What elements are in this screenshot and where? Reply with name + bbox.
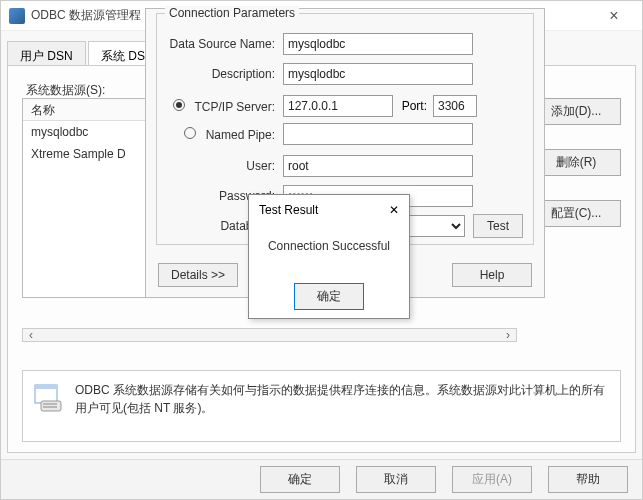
odbc-icon — [9, 8, 25, 24]
named-pipe-radio[interactable] — [184, 127, 196, 139]
modal-header: Test Result ✕ — [249, 195, 409, 221]
conn-help-button[interactable]: Help — [452, 263, 532, 287]
window-title: ODBC 数据源管理程 — [31, 7, 141, 24]
tcp-radio[interactable] — [173, 99, 185, 111]
help-button[interactable]: 帮助 — [548, 466, 628, 493]
tcp-label: TCP/IP Server: — [195, 100, 275, 114]
description-input[interactable] — [283, 63, 473, 85]
modal-footer: 确定 — [249, 275, 409, 318]
details-button[interactable]: Details >> — [158, 263, 238, 287]
description-label: Description: — [157, 67, 283, 81]
apply-button[interactable]: 应用(A) — [452, 466, 532, 493]
user-label: User: — [157, 159, 283, 173]
ok-button[interactable]: 确定 — [260, 466, 340, 493]
svg-rect-1 — [35, 385, 57, 389]
connection-group-label: Connection Parameters — [165, 6, 299, 20]
dialog-footer: 确定 取消 应用(A) 帮助 — [1, 459, 642, 499]
named-pipe-label: Named Pipe: — [206, 128, 275, 142]
tcp-server-input[interactable] — [283, 95, 393, 117]
test-button[interactable]: Test — [473, 214, 523, 238]
svg-rect-2 — [41, 401, 61, 411]
user-input[interactable] — [283, 155, 473, 177]
port-input[interactable] — [433, 95, 477, 117]
horizontal-scrollbar[interactable]: ‹ › — [22, 328, 517, 342]
datasource-icon — [33, 381, 65, 413]
close-icon[interactable]: ✕ — [389, 203, 399, 217]
close-icon[interactable]: × — [594, 7, 634, 25]
scroll-right-icon[interactable]: › — [500, 328, 516, 342]
scroll-left-icon[interactable]: ‹ — [23, 328, 39, 342]
modal-message: Connection Successful — [249, 221, 409, 275]
modal-ok-button[interactable]: 确定 — [294, 283, 364, 310]
tcp-radio-row: TCP/IP Server: — [157, 99, 283, 114]
test-result-dialog: Test Result ✕ Connection Successful 确定 — [248, 194, 410, 319]
info-text: ODBC 系统数据源存储有关如何与指示的数据提供程序连接的信息。系统数据源对此计… — [75, 381, 610, 417]
dsn-input[interactable] — [283, 33, 473, 55]
modal-title: Test Result — [259, 203, 318, 217]
pipe-radio-row: Named Pipe: — [157, 127, 283, 142]
info-panel: ODBC 系统数据源存储有关如何与指示的数据提供程序连接的信息。系统数据源对此计… — [22, 370, 621, 442]
dsn-label: Data Source Name: — [157, 37, 283, 51]
named-pipe-input[interactable] — [283, 123, 473, 145]
port-label: Port: — [393, 99, 433, 113]
dsn-group-label: 系统数据源(S): — [22, 83, 109, 97]
cancel-button[interactable]: 取消 — [356, 466, 436, 493]
